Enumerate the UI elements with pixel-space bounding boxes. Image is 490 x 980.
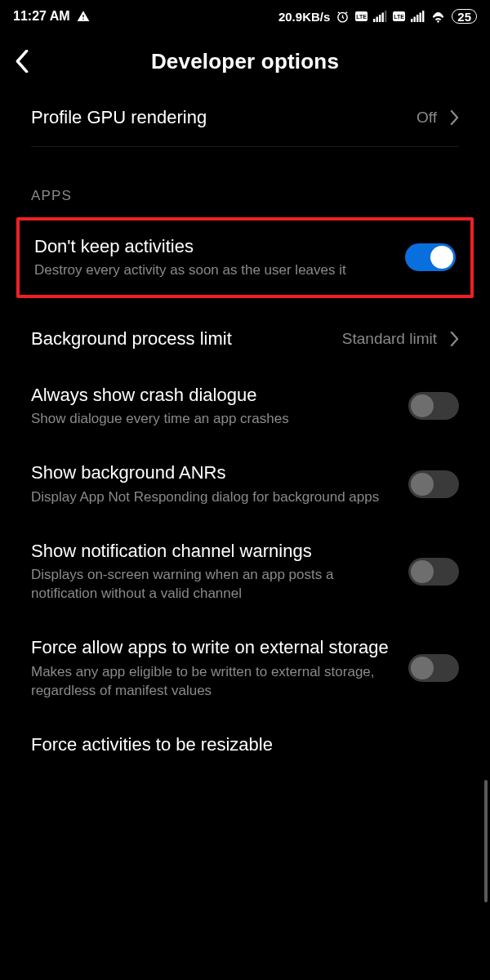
row-sublabel: Destroy every activity as soon as the us…: [34, 261, 394, 280]
section-header-apps: APPS: [0, 147, 490, 209]
chevron-right-icon: [450, 110, 459, 125]
row-dont-keep-activities[interactable]: Don't keep activities Destroy every acti…: [20, 220, 470, 296]
scrollbar-thumb[interactable]: [484, 780, 488, 902]
row-label: Show background ANRs: [31, 461, 397, 485]
signal-icon-1: [373, 11, 387, 22]
row-label: Profile GPU rendering: [31, 106, 405, 130]
svg-rect-10: [411, 19, 412, 22]
row-value: Standard limit: [342, 330, 437, 348]
toggle-dont-keep-activities[interactable]: [405, 243, 456, 271]
toggle-notification-warnings[interactable]: [408, 558, 459, 586]
toggle-background-anrs[interactable]: [408, 470, 459, 498]
row-sublabel: Display App Not Responding dialog for ba…: [31, 488, 397, 507]
alarm-icon: [336, 10, 350, 24]
svg-rect-4: [376, 17, 378, 23]
svg-rect-3: [373, 19, 375, 22]
battery-indicator: 25: [452, 9, 477, 24]
row-label: Background process limit: [31, 327, 331, 351]
row-background-process-limit[interactable]: Background process limit Standard limit: [0, 311, 490, 368]
row-external-storage[interactable]: Force allow apps to write on external st…: [0, 620, 490, 716]
warning-icon: [77, 10, 90, 23]
app-header: Developer options: [0, 33, 490, 90]
row-sublabel: Displays on-screen warning when an app p…: [31, 566, 397, 604]
svg-rect-11: [414, 17, 416, 23]
svg-rect-12: [416, 15, 418, 22]
row-force-resizable[interactable]: Force activities to be resizable: [0, 717, 490, 762]
row-label: Show notification channel warnings: [31, 540, 397, 564]
page-title: Developer options: [15, 49, 475, 74]
svg-rect-6: [382, 13, 384, 23]
svg-text:LTE: LTE: [356, 14, 367, 20]
row-sublabel: Makes any app eligible to be written to …: [31, 663, 397, 701]
highlight-dont-keep-activities: Don't keep activities Destroy every acti…: [16, 217, 474, 299]
chevron-right-icon: [450, 332, 459, 346]
volte-icon-1: LTE: [355, 11, 368, 21]
row-background-anrs[interactable]: Show background ANRs Display App Not Res…: [0, 445, 490, 523]
status-time: 11:27 AM: [13, 9, 70, 24]
row-label: Always show crash dialogue: [31, 384, 397, 408]
row-profile-gpu[interactable]: Profile GPU rendering Off: [0, 90, 490, 146]
row-sublabel: Show dialogue every time an app crashes: [31, 410, 397, 429]
svg-rect-14: [422, 11, 424, 22]
row-notification-warnings[interactable]: Show notification channel warnings Displ…: [0, 523, 490, 620]
svg-text:LTE: LTE: [394, 14, 404, 20]
wifi-icon: [430, 11, 446, 23]
signal-icon-2: [411, 11, 425, 22]
row-label: Force allow apps to write on external st…: [31, 636, 397, 660]
volte-icon-2: LTE: [393, 11, 405, 21]
toggle-external-storage[interactable]: [408, 654, 459, 682]
row-value: Off: [416, 109, 437, 127]
row-crash-dialogue[interactable]: Always show crash dialogue Show dialogue…: [0, 368, 490, 446]
svg-rect-13: [420, 13, 421, 23]
svg-rect-5: [379, 15, 381, 22]
row-label: Don't keep activities: [34, 235, 394, 259]
row-label: Force activities to be resizable: [31, 733, 459, 757]
status-bar: 11:27 AM 20.9KB/s LTE LTE: [0, 0, 490, 33]
toggle-crash-dialogue[interactable]: [408, 392, 459, 420]
svg-rect-7: [385, 11, 386, 22]
status-netspeed: 20.9KB/s: [278, 10, 330, 24]
